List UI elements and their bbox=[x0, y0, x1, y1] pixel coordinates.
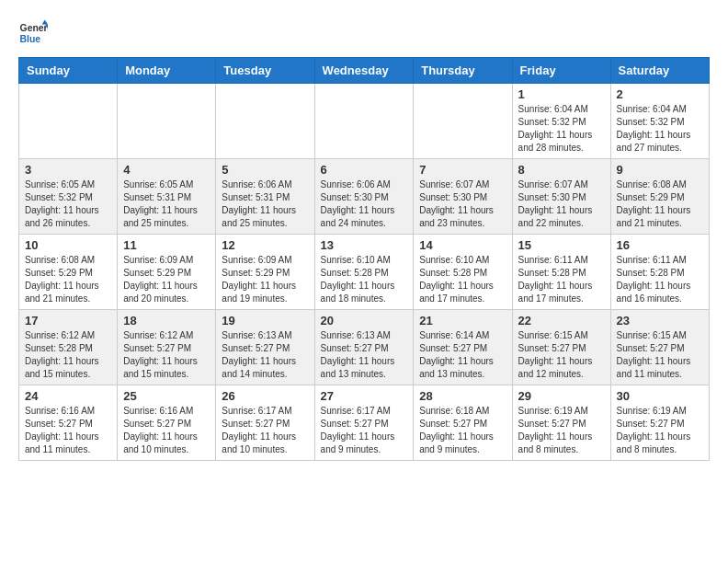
day-info: Sunrise: 6:16 AM Sunset: 5:27 PM Dayligh… bbox=[123, 405, 210, 456]
calendar-day-cell bbox=[19, 84, 118, 159]
day-info: Sunrise: 6:09 AM Sunset: 5:29 PM Dayligh… bbox=[222, 254, 308, 305]
weekday-header-row: SundayMondayTuesdayWednesdayThursdayFrid… bbox=[19, 58, 710, 84]
calendar-day-cell: 18Sunrise: 6:12 AM Sunset: 5:27 PM Dayli… bbox=[118, 310, 216, 385]
day-number: 24 bbox=[25, 389, 111, 403]
calendar-day-cell: 8Sunrise: 6:07 AM Sunset: 5:30 PM Daylig… bbox=[512, 159, 610, 235]
day-number: 8 bbox=[518, 163, 605, 177]
day-info: Sunrise: 6:08 AM Sunset: 5:29 PM Dayligh… bbox=[25, 254, 111, 305]
weekday-header: Friday bbox=[512, 58, 610, 84]
day-number: 20 bbox=[321, 314, 408, 327]
weekday-header: Thursday bbox=[414, 58, 512, 84]
svg-text:Blue: Blue bbox=[20, 34, 41, 44]
day-number: 1 bbox=[518, 87, 605, 101]
day-info: Sunrise: 6:07 AM Sunset: 5:30 PM Dayligh… bbox=[419, 178, 506, 230]
day-info: Sunrise: 6:12 AM Sunset: 5:28 PM Dayligh… bbox=[25, 329, 111, 381]
calendar-day-cell: 23Sunrise: 6:15 AM Sunset: 5:27 PM Dayli… bbox=[610, 310, 709, 385]
calendar-day-cell: 5Sunrise: 6:06 AM Sunset: 5:31 PM Daylig… bbox=[216, 159, 314, 235]
day-number: 3 bbox=[25, 163, 111, 177]
svg-text:General: General bbox=[20, 23, 48, 33]
day-info: Sunrise: 6:12 AM Sunset: 5:27 PM Dayligh… bbox=[123, 329, 210, 381]
calendar-week-row: 1Sunrise: 6:04 AM Sunset: 5:32 PM Daylig… bbox=[19, 84, 710, 159]
calendar-day-cell: 14Sunrise: 6:10 AM Sunset: 5:28 PM Dayli… bbox=[414, 235, 512, 310]
calendar-week-row: 3Sunrise: 6:05 AM Sunset: 5:32 PM Daylig… bbox=[19, 159, 710, 235]
calendar-day-cell: 22Sunrise: 6:15 AM Sunset: 5:27 PM Dayli… bbox=[512, 310, 610, 385]
calendar-day-cell: 15Sunrise: 6:11 AM Sunset: 5:28 PM Dayli… bbox=[512, 235, 610, 310]
calendar-day-cell: 21Sunrise: 6:14 AM Sunset: 5:27 PM Dayli… bbox=[414, 310, 512, 385]
calendar-week-row: 17Sunrise: 6:12 AM Sunset: 5:28 PM Dayli… bbox=[19, 310, 710, 385]
day-number: 28 bbox=[419, 389, 506, 403]
day-info: Sunrise: 6:06 AM Sunset: 5:31 PM Dayligh… bbox=[222, 178, 308, 230]
day-info: Sunrise: 6:09 AM Sunset: 5:29 PM Dayligh… bbox=[123, 254, 210, 305]
calendar-day-cell: 20Sunrise: 6:13 AM Sunset: 5:27 PM Dayli… bbox=[314, 310, 414, 385]
calendar-day-cell: 13Sunrise: 6:10 AM Sunset: 5:28 PM Dayli… bbox=[314, 235, 414, 310]
day-number: 4 bbox=[123, 163, 210, 177]
weekday-header: Monday bbox=[118, 58, 216, 84]
day-number: 30 bbox=[617, 389, 703, 403]
day-number: 22 bbox=[518, 314, 605, 327]
day-number: 19 bbox=[222, 314, 308, 327]
day-number: 29 bbox=[518, 389, 605, 403]
calendar-day-cell: 3Sunrise: 6:05 AM Sunset: 5:32 PM Daylig… bbox=[19, 159, 118, 235]
calendar-week-row: 10Sunrise: 6:08 AM Sunset: 5:29 PM Dayli… bbox=[19, 235, 710, 310]
day-number: 15 bbox=[518, 238, 605, 252]
day-number: 2 bbox=[617, 87, 703, 101]
day-info: Sunrise: 6:10 AM Sunset: 5:28 PM Dayligh… bbox=[419, 254, 506, 305]
calendar-day-cell: 28Sunrise: 6:18 AM Sunset: 5:27 PM Dayli… bbox=[414, 385, 512, 461]
day-info: Sunrise: 6:16 AM Sunset: 5:27 PM Dayligh… bbox=[25, 405, 111, 456]
calendar-table: SundayMondayTuesdayWednesdayThursdayFrid… bbox=[18, 57, 710, 461]
weekday-header: Sunday bbox=[19, 58, 118, 84]
calendar-day-cell bbox=[216, 84, 314, 159]
day-number: 14 bbox=[419, 238, 506, 252]
day-info: Sunrise: 6:19 AM Sunset: 5:27 PM Dayligh… bbox=[518, 405, 605, 456]
day-number: 25 bbox=[123, 389, 210, 403]
day-number: 16 bbox=[617, 238, 703, 252]
calendar-day-cell: 9Sunrise: 6:08 AM Sunset: 5:29 PM Daylig… bbox=[610, 159, 709, 235]
calendar-day-cell: 11Sunrise: 6:09 AM Sunset: 5:29 PM Dayli… bbox=[118, 235, 216, 310]
day-number: 18 bbox=[123, 314, 210, 327]
day-info: Sunrise: 6:11 AM Sunset: 5:28 PM Dayligh… bbox=[518, 254, 605, 305]
day-number: 12 bbox=[222, 238, 308, 252]
calendar-day-cell bbox=[118, 84, 216, 159]
calendar-day-cell: 19Sunrise: 6:13 AM Sunset: 5:27 PM Dayli… bbox=[216, 310, 314, 385]
day-info: Sunrise: 6:04 AM Sunset: 5:32 PM Dayligh… bbox=[617, 103, 703, 155]
day-number: 6 bbox=[321, 163, 408, 177]
day-number: 9 bbox=[617, 163, 703, 177]
day-info: Sunrise: 6:14 AM Sunset: 5:27 PM Dayligh… bbox=[419, 329, 506, 381]
day-number: 11 bbox=[123, 238, 210, 252]
logo-icon: General Blue bbox=[18, 18, 48, 48]
calendar-day-cell: 24Sunrise: 6:16 AM Sunset: 5:27 PM Dayli… bbox=[19, 385, 118, 461]
day-info: Sunrise: 6:19 AM Sunset: 5:27 PM Dayligh… bbox=[617, 405, 703, 456]
day-info: Sunrise: 6:05 AM Sunset: 5:32 PM Dayligh… bbox=[25, 178, 111, 230]
weekday-header: Wednesday bbox=[314, 58, 414, 84]
calendar-day-cell: 4Sunrise: 6:05 AM Sunset: 5:31 PM Daylig… bbox=[118, 159, 216, 235]
day-number: 27 bbox=[321, 389, 408, 403]
calendar-day-cell: 2Sunrise: 6:04 AM Sunset: 5:32 PM Daylig… bbox=[610, 84, 709, 159]
day-info: Sunrise: 6:15 AM Sunset: 5:27 PM Dayligh… bbox=[617, 329, 703, 381]
calendar-week-row: 24Sunrise: 6:16 AM Sunset: 5:27 PM Dayli… bbox=[19, 385, 710, 461]
day-info: Sunrise: 6:13 AM Sunset: 5:27 PM Dayligh… bbox=[321, 329, 408, 381]
day-number: 21 bbox=[419, 314, 506, 327]
day-info: Sunrise: 6:04 AM Sunset: 5:32 PM Dayligh… bbox=[518, 103, 605, 155]
calendar-day-cell: 26Sunrise: 6:17 AM Sunset: 5:27 PM Dayli… bbox=[216, 385, 314, 461]
page-header: General Blue bbox=[18, 18, 710, 48]
calendar-day-cell: 6Sunrise: 6:06 AM Sunset: 5:30 PM Daylig… bbox=[314, 159, 414, 235]
svg-marker-2 bbox=[42, 20, 48, 25]
day-info: Sunrise: 6:15 AM Sunset: 5:27 PM Dayligh… bbox=[518, 329, 605, 381]
weekday-header: Saturday bbox=[610, 58, 709, 84]
day-info: Sunrise: 6:13 AM Sunset: 5:27 PM Dayligh… bbox=[222, 329, 308, 381]
day-number: 7 bbox=[419, 163, 506, 177]
day-info: Sunrise: 6:11 AM Sunset: 5:28 PM Dayligh… bbox=[617, 254, 703, 305]
day-number: 26 bbox=[222, 389, 308, 403]
day-info: Sunrise: 6:10 AM Sunset: 5:28 PM Dayligh… bbox=[321, 254, 408, 305]
calendar-day-cell: 17Sunrise: 6:12 AM Sunset: 5:28 PM Dayli… bbox=[19, 310, 118, 385]
day-info: Sunrise: 6:17 AM Sunset: 5:27 PM Dayligh… bbox=[321, 405, 408, 456]
calendar-day-cell: 27Sunrise: 6:17 AM Sunset: 5:27 PM Dayli… bbox=[314, 385, 414, 461]
calendar-day-cell bbox=[314, 84, 414, 159]
calendar-day-cell: 7Sunrise: 6:07 AM Sunset: 5:30 PM Daylig… bbox=[414, 159, 512, 235]
logo: General Blue bbox=[18, 18, 48, 48]
calendar-day-cell: 25Sunrise: 6:16 AM Sunset: 5:27 PM Dayli… bbox=[118, 385, 216, 461]
day-number: 17 bbox=[25, 314, 111, 327]
day-info: Sunrise: 6:08 AM Sunset: 5:29 PM Dayligh… bbox=[617, 178, 703, 230]
calendar-day-cell: 16Sunrise: 6:11 AM Sunset: 5:28 PM Dayli… bbox=[610, 235, 709, 310]
day-info: Sunrise: 6:18 AM Sunset: 5:27 PM Dayligh… bbox=[419, 405, 506, 456]
